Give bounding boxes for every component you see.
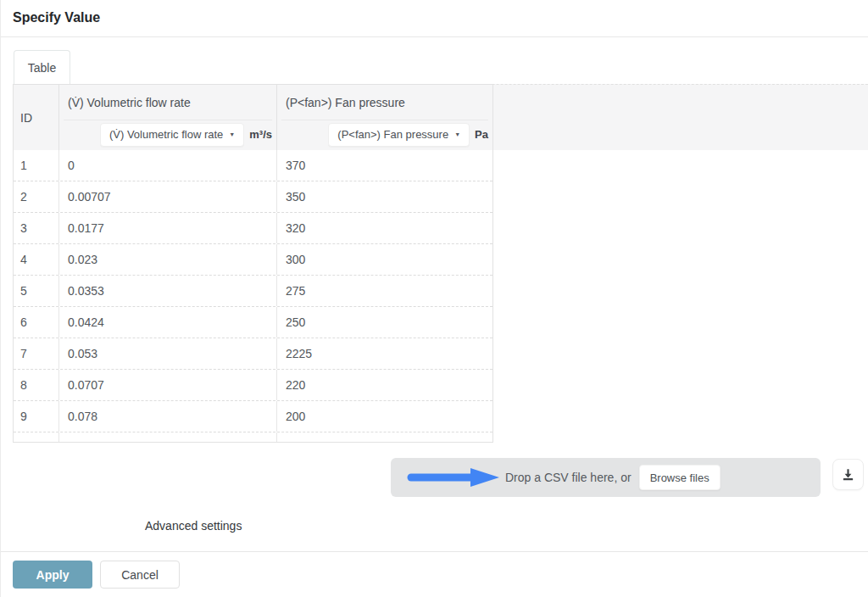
- tab-table[interactable]: Table: [14, 50, 70, 85]
- cell-fan-pressure[interactable]: 250: [277, 307, 492, 338]
- cell-fan-pressure[interactable]: 2225: [277, 338, 492, 369]
- cell-flow-rate[interactable]: 0.0424: [59, 307, 277, 338]
- flow-rate-dropdown-label: (V̇) Volumetric flow rate: [109, 128, 223, 141]
- flow-rate-unit-label: m³/s: [249, 128, 272, 141]
- cell-id: 8: [14, 370, 59, 400]
- table-body: 1 0 370 2 0.00707 350 3 0.0177 320 4 0.0…: [14, 150, 492, 443]
- dialog-title: Specify Value: [13, 10, 100, 25]
- cell-flow-rate[interactable]: 0.053: [59, 338, 277, 369]
- specify-value-dialog: Specify Value Table ID (V̇) Volumetric f…: [0, 0, 868, 597]
- download-csv-button[interactable]: [832, 459, 864, 490]
- cancel-button[interactable]: Cancel: [100, 561, 180, 589]
- cell-fan-pressure: [277, 432, 492, 443]
- fan-pressure-unit-label: Pa: [475, 128, 488, 141]
- download-icon: [841, 467, 855, 482]
- cell-fan-pressure[interactable]: 300: [277, 244, 492, 275]
- cell-flow-rate: [59, 432, 277, 443]
- title-divider: [1, 36, 868, 37]
- cell-id: 9: [14, 401, 59, 432]
- table-row: 5 0.0353 275: [14, 276, 492, 307]
- cell-flow-rate[interactable]: 0.023: [59, 244, 277, 275]
- fan-pressure-column-label: (P<fan>) Fan pressure: [277, 85, 492, 120]
- column-header-fan-pressure: (P<fan>) Fan pressure (P<fan>) Fan press…: [277, 85, 492, 150]
- table-row: 1 0 370: [14, 150, 492, 181]
- table-row: 3 0.0177 320: [14, 213, 492, 244]
- chevron-down-icon: ▼: [229, 131, 235, 137]
- dropzone-text: Drop a CSV file here, or: [505, 471, 632, 484]
- flow-rate-unit-row: (V̇) Volumetric flow rate ▼ m³/s: [64, 120, 272, 150]
- chevron-down-icon: ▼: [454, 131, 460, 137]
- cell-flow-rate[interactable]: 0.0353: [59, 276, 277, 306]
- table-row: 9 0.078 200: [14, 401, 492, 432]
- cell-fan-pressure[interactable]: 370: [277, 150, 492, 181]
- cell-fan-pressure[interactable]: 200: [277, 401, 492, 432]
- table-header-row: ID (V̇) Volumetric flow rate (V̇) Volume…: [14, 85, 492, 150]
- apply-button[interactable]: Apply: [13, 561, 92, 589]
- cell-id: 3: [14, 213, 59, 243]
- tab-table-label: Table: [28, 61, 56, 75]
- cell-flow-rate[interactable]: 0: [59, 150, 277, 181]
- cell-fan-pressure[interactable]: 275: [277, 276, 492, 306]
- table-row: 8 0.0707 220: [14, 370, 492, 401]
- values-table: ID (V̇) Volumetric flow rate (V̇) Volume…: [13, 84, 493, 443]
- cell-id: 5: [14, 276, 59, 306]
- csv-dropzone[interactable]: Drop a CSV file here, or Browse files: [391, 458, 821, 497]
- flow-rate-column-label: (V̇) Volumetric flow rate: [59, 85, 276, 120]
- cell-flow-rate[interactable]: 0.078: [59, 401, 277, 432]
- cell-id: 2: [14, 181, 59, 212]
- cell-fan-pressure[interactable]: 320: [277, 213, 492, 243]
- cell-fan-pressure[interactable]: 220: [277, 370, 492, 400]
- cell-fan-pressure[interactable]: 350: [277, 181, 492, 212]
- cell-id: 1: [14, 150, 59, 181]
- browse-files-button[interactable]: Browse files: [639, 465, 721, 490]
- fan-pressure-dropdown-label: (P<fan>) Fan pressure: [337, 128, 448, 141]
- cell-flow-rate[interactable]: 0.0177: [59, 213, 277, 243]
- cell-id: 6: [14, 307, 59, 338]
- column-header-id: ID: [14, 85, 59, 150]
- cell-flow-rate[interactable]: 0.00707: [59, 181, 277, 212]
- table-row: 7 0.053 2225: [14, 338, 492, 370]
- fan-pressure-variable-dropdown[interactable]: (P<fan>) Fan pressure ▼: [328, 123, 470, 147]
- cell-id: [14, 432, 59, 443]
- table-row: 4 0.023 300: [14, 244, 492, 276]
- cell-id: 7: [14, 338, 59, 369]
- fan-pressure-unit-row: (P<fan>) Fan pressure ▼ Pa: [281, 120, 488, 150]
- cell-flow-rate[interactable]: 0.0707: [59, 370, 277, 400]
- flow-rate-variable-dropdown[interactable]: (V̇) Volumetric flow rate ▼: [100, 123, 244, 147]
- table-row: 2 0.00707 350: [14, 181, 492, 213]
- footer-divider: [1, 551, 868, 552]
- column-header-flow-rate: (V̇) Volumetric flow rate (V̇) Volumetri…: [59, 85, 277, 150]
- cell-id: 4: [14, 244, 59, 275]
- advanced-settings-link[interactable]: Advanced settings: [145, 519, 242, 533]
- table-row-clipped: [14, 432, 492, 443]
- table-row: 6 0.0424 250: [14, 307, 492, 338]
- right-arrow-icon: [406, 467, 501, 488]
